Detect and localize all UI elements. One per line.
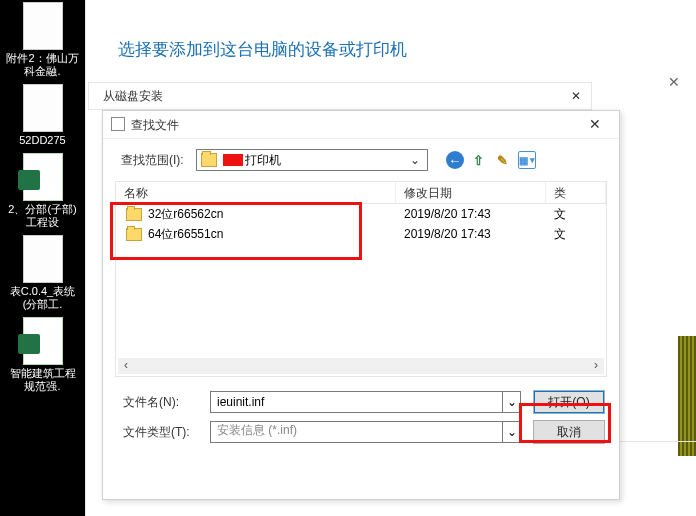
annotation-highlight <box>519 403 611 443</box>
filename-combo[interactable]: ⌄ <box>210 391 521 413</box>
file-mtime: 2019/8/20 17:43 <box>396 207 546 221</box>
file-list: 名称 修改日期 类 32位r66562cn 2019/8/20 17:43 文 … <box>115 181 607 377</box>
desktop-icon[interactable]: 52DD275 <box>5 84 81 147</box>
filename-label: 文件名(N): <box>123 394 198 411</box>
redacted-icon <box>223 154 243 166</box>
desktop-icon-label: 表C.0.4_表统(分部工. <box>5 285 81 311</box>
scroll-right-icon[interactable]: › <box>588 358 604 374</box>
desktop-icon-label: 智能建筑工程规范强. <box>5 367 81 393</box>
close-icon[interactable]: ✕ <box>567 87 585 105</box>
toolbar: 查找范围(I): 打印机 ⌄ ← ⇧ ✎ ▦▾ <box>103 139 619 175</box>
close-icon[interactable]: ✕ <box>577 113 613 135</box>
desktop-icon[interactable]: 表C.0.4_表统(分部工. <box>5 235 81 311</box>
column-name[interactable]: 名称 <box>116 182 396 203</box>
look-in-value: 打印机 <box>245 152 395 169</box>
wizard-title: 选择要添加到这台电脑的设备或打印机 <box>86 0 696 61</box>
file-icon <box>23 235 63 283</box>
column-type[interactable]: 类 <box>546 182 606 203</box>
annotation-highlight <box>110 202 362 260</box>
new-folder-icon[interactable]: ✎ <box>494 151 512 169</box>
find-file-dialog: 查找文件 ✕ 查找范围(I): 打印机 ⌄ ← ⇧ ✎ ▦▾ 名称 修改日期 类… <box>102 110 620 500</box>
file-icon <box>23 84 63 132</box>
file-type: 文 <box>546 226 606 243</box>
file-list-header: 名称 修改日期 类 <box>116 182 606 204</box>
file-type: 文 <box>546 206 606 223</box>
dialog-title: 从磁盘安装 <box>103 88 163 105</box>
excel-icon <box>23 317 63 365</box>
install-from-disk-dialog: 从磁盘安装 ✕ <box>88 82 592 110</box>
chevron-down-icon[interactable]: ⌄ <box>407 153 423 167</box>
dialog-titlebar: 查找文件 ✕ <box>103 111 619 139</box>
desktop-icon-label: 附件2：佛山万科金融. <box>5 52 81 78</box>
desktop-icon[interactable]: 2、分部(子部)工程设 <box>5 153 81 229</box>
dialog-icon <box>111 117 125 131</box>
look-in-combo[interactable]: 打印机 ⌄ <box>196 149 428 171</box>
desktop-icon[interactable]: 智能建筑工程规范强. <box>5 317 81 393</box>
desktop: 附件2：佛山万科金融. 52DD275 2、分部(子部)工程设 表C.0.4_表… <box>0 0 85 516</box>
scroll-left-icon[interactable]: ‹ <box>118 358 134 374</box>
desktop-icon[interactable]: 附件2：佛山万科金融. <box>5 2 81 78</box>
excel-icon <box>23 153 63 201</box>
filename-input[interactable] <box>210 391 503 413</box>
desktop-icon-label: 2、分部(子部)工程设 <box>5 203 81 229</box>
close-icon[interactable]: ✕ <box>662 70 686 94</box>
filetype-value: 安装信息 (*.inf) <box>210 421 503 443</box>
file-mtime: 2019/8/20 17:43 <box>396 227 546 241</box>
filetype-combo[interactable]: 安装信息 (*.inf) ⌄ <box>210 421 521 443</box>
folder-icon <box>201 153 217 167</box>
back-icon[interactable]: ← <box>446 151 464 169</box>
desktop-icon-label: 52DD275 <box>5 134 81 147</box>
file-icon <box>23 2 63 50</box>
scroll-track[interactable] <box>134 358 588 374</box>
look-in-label: 查找范围(I): <box>121 152 184 169</box>
horizontal-scrollbar[interactable]: ‹ › <box>118 358 604 374</box>
filetype-label: 文件类型(T): <box>123 424 198 441</box>
dialog-title: 查找文件 <box>131 117 179 134</box>
column-mtime[interactable]: 修改日期 <box>396 182 546 203</box>
background-decoration <box>678 336 696 456</box>
view-menu-icon[interactable]: ▦▾ <box>518 151 536 169</box>
toolbar-icons: ← ⇧ ✎ ▦▾ <box>446 151 536 169</box>
up-one-level-icon[interactable]: ⇧ <box>470 151 488 169</box>
